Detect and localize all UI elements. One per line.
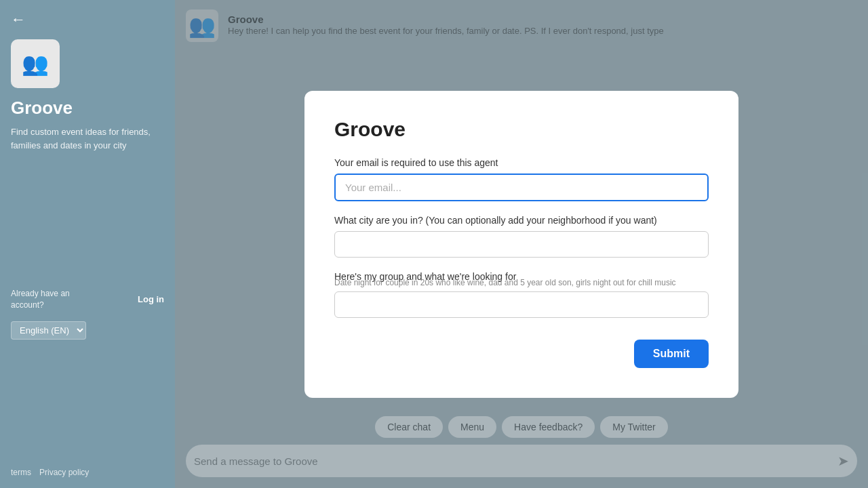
email-input[interactable] — [334, 174, 709, 201]
modal-submit-row: Submit — [334, 340, 709, 368]
sidebar-title: Groove — [11, 98, 164, 119]
sidebar-footer: terms Privacy policy — [11, 460, 164, 477]
language-dropdown[interactable]: English (EN) Español Français Deutsch — [11, 321, 86, 340]
group-input[interactable] — [334, 291, 709, 318]
terms-link[interactable]: terms — [11, 468, 31, 477]
group-hint: Date night for couple in 20s who like wi… — [334, 278, 709, 287]
back-icon: ← — [11, 11, 26, 28]
auth-label: Already have an account? — [11, 288, 70, 311]
email-label: Your email is required to use this agent — [334, 157, 709, 168]
modal-title: Groove — [334, 118, 709, 141]
sidebar: ← 👥 Groove Find custom event ideas for f… — [0, 0, 175, 488]
login-button[interactable]: Log in — [138, 294, 164, 304]
language-selector[interactable]: English (EN) Español Français Deutsch — [11, 321, 164, 340]
modal-overlay: Groove Your email is required to use thi… — [175, 0, 868, 488]
avatar-emoji: 👥 — [22, 53, 49, 75]
privacy-link[interactable]: Privacy policy — [39, 468, 89, 477]
sidebar-description: Find custom event ideas for friends, fam… — [11, 125, 164, 152]
avatar: 👥 — [11, 39, 60, 88]
submit-button[interactable]: Submit — [634, 340, 709, 368]
city-input[interactable] — [334, 231, 709, 258]
back-button[interactable]: ← — [11, 11, 164, 28]
city-label: What city are you in? (You can optionall… — [334, 215, 709, 226]
main-chat: 👥 Groove Hey there! I can help you find … — [175, 0, 868, 488]
modal-dialog: Groove Your email is required to use thi… — [304, 91, 738, 398]
sidebar-auth: Already have an account? Log in — [11, 288, 164, 311]
